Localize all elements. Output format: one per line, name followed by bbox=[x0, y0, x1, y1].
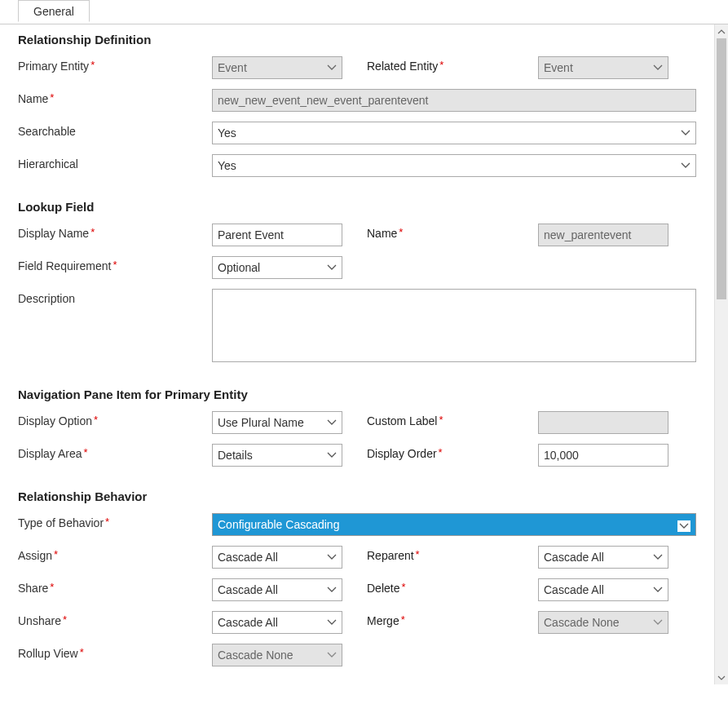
primary-entity-select: Event bbox=[212, 56, 342, 79]
unshare-select[interactable]: Cascade All bbox=[212, 611, 342, 634]
share-select[interactable]: Cascade All bbox=[212, 578, 342, 601]
chevron-down-icon bbox=[327, 553, 337, 561]
chevron-down-icon bbox=[677, 520, 690, 532]
reparent-label: Reparent* bbox=[342, 546, 538, 562]
chevron-down-icon bbox=[327, 418, 337, 427]
chevron-down-icon bbox=[327, 451, 337, 459]
reparent-select[interactable]: Cascade All bbox=[538, 546, 668, 569]
scroll-thumb[interactable] bbox=[717, 38, 726, 299]
tab-row: General bbox=[0, 0, 728, 24]
rollup-label: Rollup View* bbox=[18, 644, 212, 660]
display-order-input[interactable]: 10,000 bbox=[538, 444, 668, 467]
form-body: Relationship Definition Primary Entity* … bbox=[0, 33, 714, 684]
name-input: new_new_event_new_event_parentevent bbox=[212, 89, 696, 112]
share-label: Share* bbox=[18, 578, 212, 595]
scrollbar[interactable] bbox=[714, 24, 728, 684]
display-area-select[interactable]: Details bbox=[212, 444, 342, 467]
chevron-down-icon bbox=[681, 162, 690, 170]
chevron-down-icon bbox=[653, 553, 663, 561]
type-behavior-select[interactable]: Configurable Cascading bbox=[212, 513, 696, 536]
display-order-label: Display Order* bbox=[342, 444, 538, 460]
related-entity-label: Related Entity* bbox=[342, 56, 538, 73]
assign-select[interactable]: Cascade All bbox=[212, 546, 342, 569]
type-behavior-label: Type of Behavior* bbox=[18, 513, 212, 529]
display-area-label: Display Area* bbox=[18, 444, 212, 460]
custom-label-input bbox=[538, 411, 668, 434]
description-label: Description bbox=[18, 289, 212, 305]
section-navigation-pane: Navigation Pane Item for Primary Entity bbox=[18, 387, 696, 401]
hierarchical-label: Hierarchical bbox=[18, 154, 212, 170]
chevron-down-icon bbox=[327, 586, 337, 594]
chevron-down-icon bbox=[653, 618, 663, 627]
assign-label: Assign* bbox=[18, 546, 212, 562]
rollup-select: Cascade None bbox=[212, 644, 342, 666]
lookup-name-input: new_parentevent bbox=[538, 224, 668, 246]
chevron-down-icon bbox=[327, 64, 337, 72]
scroll-down-button[interactable] bbox=[715, 671, 728, 684]
chevron-down-icon bbox=[327, 618, 337, 627]
name-label: Name* bbox=[18, 89, 212, 105]
unshare-label: Unshare* bbox=[18, 611, 212, 627]
description-textarea[interactable] bbox=[212, 289, 696, 362]
display-option-label: Display Option* bbox=[18, 411, 212, 427]
chevron-down-icon bbox=[681, 129, 690, 137]
display-name-label: Display Name* bbox=[18, 224, 212, 240]
section-relationship-definition: Relationship Definition bbox=[18, 33, 696, 46]
chevron-down-icon bbox=[653, 64, 663, 72]
searchable-select[interactable]: Yes bbox=[212, 122, 696, 144]
delete-select[interactable]: Cascade All bbox=[538, 578, 668, 601]
hierarchical-select[interactable]: Yes bbox=[212, 154, 696, 177]
display-name-input[interactable]: Parent Event bbox=[212, 224, 342, 246]
display-option-select[interactable]: Use Plural Name bbox=[212, 411, 342, 434]
field-requirement-label: Field Requirement* bbox=[18, 256, 212, 272]
chevron-down-icon bbox=[327, 651, 337, 659]
merge-label: Merge* bbox=[342, 611, 538, 627]
primary-entity-label: Primary Entity* bbox=[18, 56, 212, 73]
custom-label-label: Custom Label* bbox=[342, 411, 538, 427]
merge-select: Cascade None bbox=[538, 611, 668, 634]
tab-general[interactable]: General bbox=[18, 0, 90, 22]
delete-label: Delete* bbox=[342, 578, 538, 595]
lookup-name-label: Name* bbox=[342, 224, 538, 240]
chevron-down-icon bbox=[653, 586, 663, 594]
section-relationship-behavior: Relationship Behavior bbox=[18, 489, 696, 503]
searchable-label: Searchable bbox=[18, 122, 212, 138]
section-lookup-field: Lookup Field bbox=[18, 200, 696, 214]
scroll-up-button[interactable] bbox=[715, 24, 728, 38]
related-entity-select: Event bbox=[538, 56, 668, 79]
chevron-down-icon bbox=[327, 263, 337, 272]
field-requirement-select[interactable]: Optional bbox=[212, 256, 342, 279]
